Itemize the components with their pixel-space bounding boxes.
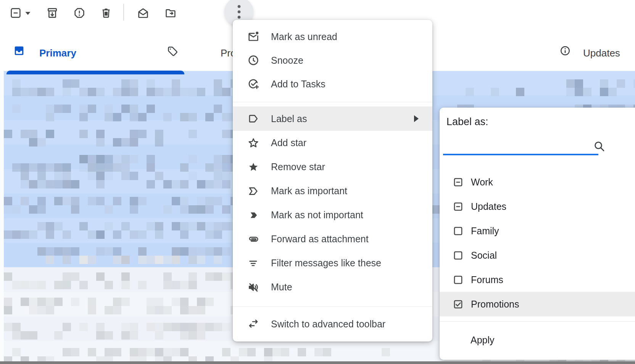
move-to-button[interactable]	[162, 5, 179, 21]
checkbox-checked-icon	[453, 299, 463, 309]
menu-divider	[233, 306, 432, 307]
mute-icon	[247, 281, 259, 293]
checkbox-unchecked-icon	[453, 226, 463, 236]
menu-item-label: Label as	[271, 113, 307, 124]
important-outline-icon	[247, 185, 259, 197]
label-option-updates[interactable]: Updates	[440, 194, 635, 219]
menu-item-label: Forward as attachment	[271, 234, 369, 245]
bottom-window-strip	[0, 361, 635, 364]
add-to-tasks-icon	[247, 78, 259, 90]
label-option-text: Work	[471, 177, 493, 188]
select-dropdown[interactable]	[21, 5, 34, 21]
menu-item-label: Mute	[271, 282, 292, 293]
checkbox-unchecked-icon	[453, 250, 463, 261]
important-filled-icon	[247, 209, 259, 221]
menu-item-label: Switch to advanced toolbar	[271, 319, 385, 330]
menu-item-label: Remove star	[271, 161, 325, 172]
label-as-submenu: Label as: Work Updates	[440, 108, 635, 360]
mark-unread-icon	[247, 31, 259, 43]
menu-item-snooze[interactable]: Snooze	[233, 48, 432, 72]
checkbox-indeterminate-icon	[453, 177, 463, 187]
star-filled-icon	[247, 161, 259, 173]
menu-item-label: Mark as not important	[271, 209, 363, 221]
label-options: Work Updates Family Social	[440, 170, 635, 316]
label-option-text: Forums	[471, 274, 503, 285]
star-outline-icon	[247, 137, 259, 149]
label-option-forums[interactable]: Forums	[440, 267, 635, 292]
attachment-icon	[247, 233, 259, 245]
active-tab-indicator	[6, 71, 184, 74]
menu-item-mark-as-important[interactable]: Mark as important	[233, 179, 432, 203]
checkbox-unchecked-icon	[453, 275, 463, 285]
label-option-social[interactable]: Social	[440, 243, 635, 267]
report-spam-icon	[73, 7, 85, 19]
label-option-family[interactable]: Family	[440, 219, 635, 243]
label-icon	[247, 113, 259, 125]
archive-icon	[46, 7, 58, 19]
label-option-promotions[interactable]: Promotions	[440, 292, 635, 316]
delete-button[interactable]	[98, 5, 114, 21]
menu-item-add-star[interactable]: Add star	[233, 131, 432, 155]
menu-item-label: Mark as unread	[271, 31, 337, 42]
search-icon	[593, 140, 605, 152]
label-option-text: Social	[471, 250, 497, 261]
menu-item-label: Filter messages like these	[271, 258, 381, 269]
select-checkbox-indeterminate-icon	[10, 7, 22, 19]
submenu-divider	[440, 321, 635, 322]
menu-item-remove-star[interactable]: Remove star	[233, 155, 432, 179]
tab-primary-label: Primary	[39, 47, 76, 59]
label-option-work[interactable]: Work	[440, 170, 635, 194]
submenu-arrow-icon	[414, 115, 419, 122]
mark-as-read-button[interactable]	[135, 5, 151, 21]
inbox-icon	[13, 45, 25, 56]
menu-item-label: Add to Tasks	[271, 79, 326, 90]
tab-updates-label: Updates	[583, 47, 620, 59]
menu-item-switch-toolbar[interactable]: Switch to advanced toolbar	[233, 312, 432, 336]
tag-icon	[167, 45, 178, 57]
menu-item-mute[interactable]: Mute	[233, 275, 432, 299]
toolbar-divider	[123, 4, 124, 21]
menu-divider	[233, 102, 432, 102]
menu-item-label: Mark as important	[271, 185, 347, 196]
menu-item-filter-messages[interactable]: Filter messages like these	[233, 251, 432, 275]
menu-item-label: Snooze	[271, 55, 303, 66]
switch-toolbar-icon	[247, 318, 259, 330]
menu-item-add-to-tasks[interactable]: Add to Tasks	[233, 72, 432, 96]
gmail-window: Primary Promotions Social Updates	[0, 0, 635, 364]
report-spam-button[interactable]	[71, 5, 88, 21]
label-option-text: Family	[471, 225, 499, 237]
label-option-text: Promotions	[471, 299, 519, 310]
delete-icon	[100, 7, 112, 19]
apply-button[interactable]: Apply	[440, 326, 635, 354]
label-option-text: Updates	[471, 201, 506, 212]
move-to-icon	[164, 7, 177, 19]
menu-item-label: Add star	[271, 137, 306, 148]
menu-item-label-as[interactable]: Label as	[233, 106, 432, 131]
checkbox-indeterminate-icon	[453, 201, 463, 212]
snooze-clock-icon	[247, 54, 259, 66]
menu-item-mark-as-not-important[interactable]: Mark as not important	[233, 203, 432, 227]
label-as-title: Label as:	[446, 116, 635, 128]
menu-item-mark-as-unread[interactable]: Mark as unread	[233, 25, 432, 48]
select-dropdown-arrow-icon	[23, 8, 33, 18]
message-context-menu: Mark as unread Snooze Add to Tasks Label…	[233, 20, 432, 341]
mark-as-read-icon	[137, 7, 149, 19]
menu-item-forward-as-attachment[interactable]: Forward as attachment	[233, 227, 432, 251]
filter-icon	[247, 257, 259, 269]
label-search-input[interactable]	[443, 138, 598, 155]
more-options-icon	[237, 5, 241, 19]
label-search	[443, 138, 598, 155]
info-icon	[559, 45, 571, 56]
archive-button[interactable]	[44, 5, 61, 21]
